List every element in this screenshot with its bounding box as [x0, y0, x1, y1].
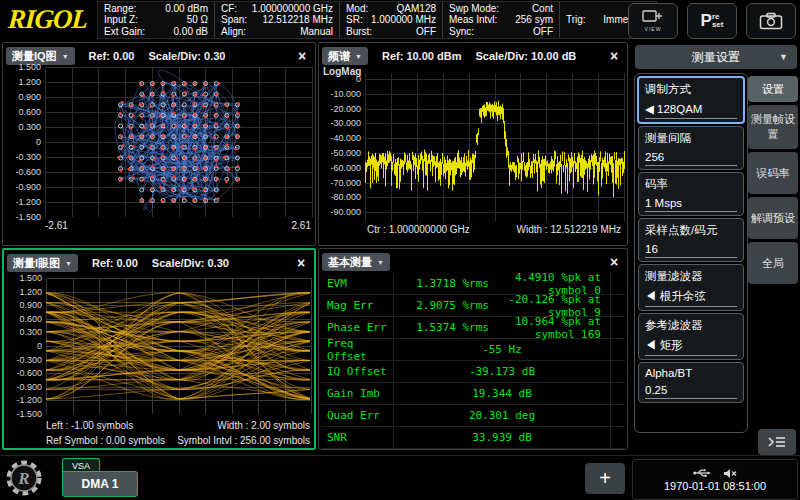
rigol-logo: RIGOL: [0, 4, 98, 37]
settings-field-5[interactable]: 参考滤波器◀ 矩形: [638, 313, 744, 360]
spectrum-center-freq: Ctr : 1.000000000 GHz: [367, 224, 470, 235]
clock-readout: 1970-01-01 08:51:00: [664, 480, 766, 492]
axis-tick-label: -60.000: [319, 163, 361, 173]
settings-field-4[interactable]: 测量滤波器◀ 根升余弦: [638, 264, 744, 311]
settings-field-0[interactable]: 调制方式◀ 128QAM: [637, 76, 745, 124]
readout-group: Range:0.00 dBmInput Z:50 ΩExt Gain:0.00 …: [98, 2, 214, 38]
measure-name: Freq Offset: [321, 337, 393, 363]
eye-axis-labels-row2: Ref Symbol : 0.00 symbols Symbol Intvl :…: [46, 435, 310, 446]
eye-left-readout: Left : -1.00 symbols: [46, 420, 133, 431]
measure-name: IQ Offset: [321, 365, 393, 378]
close-icon[interactable]: ×: [292, 255, 310, 271]
measure-row: Freq Offset-55 Hz: [321, 339, 625, 361]
chevron-down-icon: ▼: [62, 53, 69, 60]
measure-peak-value: 10.964 %pk at symbol 169: [489, 315, 625, 341]
add-app-button[interactable]: +: [585, 463, 625, 494]
axis-tick-label: -1.500: [3, 212, 41, 222]
readout-row: Range:0.00 dBm: [104, 3, 208, 15]
readout-value: Cont: [532, 3, 553, 15]
system-gear-logo[interactable]: R: [4, 458, 44, 500]
field-value: 256: [645, 151, 737, 166]
close-icon[interactable]: ×: [605, 254, 623, 270]
eye-ref-readout: Ref: 0.00: [92, 257, 138, 269]
eye-axis-labels-row1: Left : -1.00 symbols Width : 2.00 symbol…: [46, 420, 310, 431]
readout-value: 256 sym: [515, 14, 553, 26]
axis-tick-label: -1.200: [4, 395, 42, 405]
axis-tick-label: -40.000: [319, 133, 361, 143]
measure-row: SNR33.939 dB: [321, 427, 625, 449]
readout-row: Burst:OFF: [346, 26, 436, 38]
readout-value: 12.512218 MHz: [262, 14, 333, 26]
panel-spectrum: 频谱 ▼ Ref: 10.00 dBm Scale/Div: 10.00 dB …: [318, 42, 628, 246]
chevron-down-icon: ▼: [65, 260, 72, 267]
app-tab-group[interactable]: VSA DMA 1: [62, 458, 140, 498]
measure-value: 33.939 dB: [393, 431, 625, 444]
measure-table: EVM1.3718 %rms4.4910 %pk at symbol 0Mag …: [321, 273, 625, 449]
axis-tick-label: -0.600: [4, 368, 42, 378]
readout-row: SR:1.000000 MHz: [346, 14, 436, 26]
sidebar-tab-3[interactable]: 解调预设: [748, 197, 798, 239]
measure-row: IQ Offset-39.173 dB: [321, 361, 625, 383]
settings-field-2[interactable]: 码率1 Msps: [638, 172, 744, 216]
table-divider: [393, 273, 394, 449]
spectrum-panel-header: 频谱 ▼ Ref: 10.00 dBm Scale/Div: 10.00 dB …: [319, 43, 627, 67]
spectrum-scale-readout: Scale/Div: 10.00 dB: [475, 50, 576, 62]
readout-row: Align:Manual: [221, 26, 333, 38]
screenshot-button[interactable]: [746, 3, 796, 39]
readout-group: Mod:QAM128SR:1.000000 MHzBurst:OFF: [339, 2, 442, 38]
measure-title-dropdown[interactable]: 基本测量 ▼: [322, 253, 390, 271]
sidebar-tab-0[interactable]: 设置: [748, 76, 798, 102]
settings-field-alpha-bt[interactable]: Alpha/BT0.25: [638, 362, 744, 403]
axis-tick-label: -20.000: [319, 104, 361, 114]
add-view-button[interactable]: VIEW: [628, 3, 678, 39]
sidebar-tab-2[interactable]: 误码率: [748, 152, 798, 194]
measure-value: 20.301 deg: [393, 409, 625, 422]
spectrum-x-axis-labels: Ctr : 1.000000000 GHz Width : 12.512219 …: [367, 224, 621, 235]
spectrum-canvas: [365, 73, 625, 221]
spectrum-title-dropdown[interactable]: 频谱 ▼: [322, 47, 368, 65]
settings-field-3[interactable]: 采样点数/码元16: [638, 218, 744, 262]
measure-name: Quad Err: [321, 409, 393, 422]
axis-tick-label: 0.600: [4, 314, 42, 324]
axis-tick-label: -30.000: [319, 118, 361, 128]
sidebar-header-dropdown[interactable]: 测量设置 ▼: [635, 45, 797, 69]
app-instance-tab[interactable]: DMA 1: [62, 471, 138, 497]
axis-tick-label: 0: [3, 137, 41, 147]
close-icon[interactable]: ×: [605, 48, 623, 64]
sidebar-tab-4[interactable]: 全局: [748, 242, 798, 284]
measure-value: -55 Hz: [393, 343, 625, 356]
readout-key: Meas Intvl:: [449, 14, 497, 26]
iq-ref-readout: Ref: 0.00: [89, 50, 135, 62]
axis-tick-label: 0: [319, 74, 361, 84]
readout-value: 0.00 dBm: [165, 3, 208, 15]
readout-group: CF:1.000000000 GHzSpan:12.512218 MHzAlig…: [214, 2, 339, 38]
settings-field-1[interactable]: 测量间隔256: [638, 126, 744, 170]
axis-tick-label: 1.500: [4, 273, 42, 283]
readout-row: Sync:OFF: [449, 26, 553, 38]
panel-iq-plot: 测量IQ图 ▼ Ref: 0.00 Scale/Div: 0.30 × -2.6…: [2, 42, 316, 246]
field-label: Alpha/BT: [645, 367, 737, 379]
close-icon[interactable]: ×: [293, 48, 311, 64]
axis-tick-label: -50.000: [319, 148, 361, 158]
readout-key: Swp Mode:: [449, 3, 499, 15]
readout-key: CF:: [221, 3, 237, 15]
measure-name: Gain Imb: [321, 387, 393, 400]
system-status-box[interactable]: 1970-01-01 08:51:00: [632, 459, 798, 500]
axis-tick-label: 0.900: [3, 92, 41, 102]
preset-button[interactable]: P re set: [687, 3, 737, 39]
readout-value: Manual: [300, 26, 333, 38]
axis-tick-label: 0.600: [3, 107, 41, 117]
panel-basic-measure: 基本测量 ▼ × EVM1.3718 %rms4.4910 %pk at sym…: [318, 248, 628, 450]
axis-tick-label: 0: [4, 341, 42, 351]
collapse-menu-button[interactable]: [758, 429, 796, 455]
axis-tick-label: 0.300: [4, 327, 42, 337]
axis-tick-label: -0.900: [4, 382, 42, 392]
readout-value: OFF: [533, 26, 553, 38]
readout-value: 1.000000000 GHz: [252, 3, 333, 15]
axis-tick-label: -70.000: [319, 178, 361, 188]
measure-row: Gain Imb19.344 dB: [321, 383, 625, 405]
sidebar-tab-1[interactable]: 测量帧设置: [748, 105, 798, 149]
field-value: ◀ 根升余弦: [645, 289, 737, 307]
eye-title-dropdown[interactable]: 测量I眼图 ▼: [7, 254, 78, 272]
spectrum-ref-readout: Ref: 10.00 dBm: [382, 50, 461, 62]
